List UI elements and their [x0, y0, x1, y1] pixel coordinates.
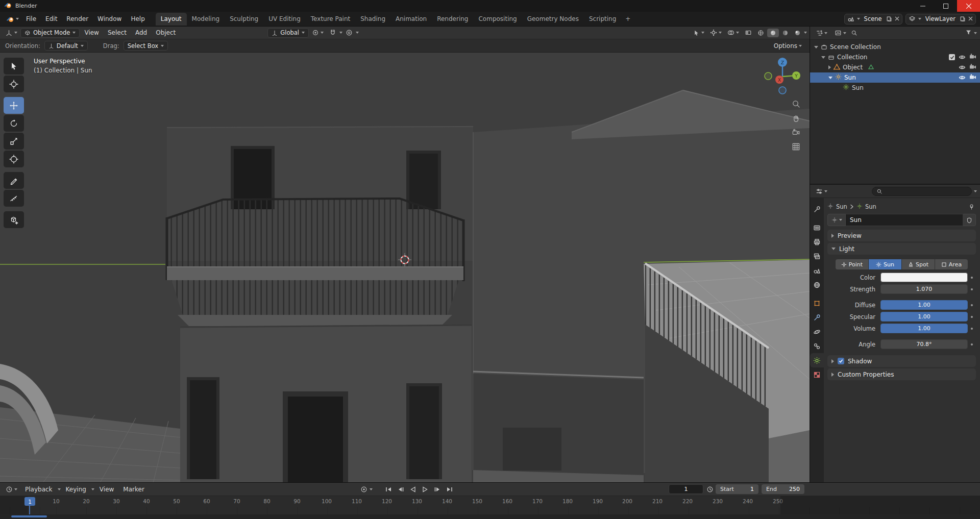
viewlayer-selector[interactable]: ViewLayer [905, 14, 976, 24]
pivot-point-selector[interactable] [309, 28, 326, 37]
menu-render[interactable]: Render [62, 14, 93, 24]
current-frame-field[interactable]: 1 [669, 484, 703, 494]
pan-hand-icon[interactable] [792, 114, 800, 122]
drag-dropdown[interactable]: Select Box [124, 41, 168, 51]
hide-viewport-eye-icon[interactable] [959, 54, 966, 60]
tab-texture[interactable] [810, 367, 824, 382]
outliner-row-object[interactable]: Object [810, 62, 980, 72]
animate-color-dot[interactable] [968, 277, 976, 279]
browse-light-data-button[interactable] [827, 214, 846, 226]
shading-options-dropdown[interactable] [804, 32, 807, 34]
editor-type-properties-icon[interactable] [813, 187, 830, 196]
scene-3d-render[interactable] [0, 53, 810, 482]
add-viewlayer-icon[interactable] [960, 16, 966, 22]
minimize-button[interactable] [911, 0, 934, 12]
use-preview-range-icon[interactable] [706, 486, 714, 493]
disclosure-icon[interactable] [821, 56, 825, 59]
shading-wireframe-icon[interactable] [755, 29, 767, 37]
scene-name[interactable]: Scene [863, 15, 884, 22]
next-keyframe-button[interactable] [432, 485, 443, 494]
viewport-menu-view[interactable]: View [80, 28, 103, 38]
auto-keying-record-icon[interactable] [360, 486, 368, 493]
shading-rendered-icon[interactable] [792, 29, 803, 37]
editor-type-3d-viewport-icon[interactable] [3, 28, 20, 38]
outliner-filter-icon[interactable] [965, 29, 972, 37]
navigation-gizmo[interactable]: X Z Y [763, 55, 802, 96]
workspace-tab-scripting[interactable]: Scripting [584, 13, 621, 26]
remove-viewlayer-icon[interactable] [968, 15, 973, 22]
outliner-row-collection[interactable]: Collection [810, 52, 980, 62]
row-label[interactable]: Sun [852, 84, 864, 91]
shading-material-icon[interactable] [779, 29, 791, 37]
tab-constraints[interactable] [810, 339, 824, 353]
frame-end-field[interactable]: End 250 [762, 484, 804, 494]
editor-type-timeline-icon[interactable] [3, 485, 20, 494]
outliner-options-dropdown[interactable] [974, 32, 977, 34]
disclosure-icon[interactable] [814, 46, 818, 48]
snap-options-dropdown[interactable] [339, 32, 342, 34]
jump-to-start-button[interactable] [383, 485, 394, 494]
light-type-spot[interactable]: Spot [902, 259, 935, 269]
properties-options-dropdown[interactable] [974, 190, 977, 192]
proportional-editing-icon[interactable] [343, 28, 355, 37]
unlink-scene-icon[interactable] [895, 15, 899, 22]
playhead-frame-badge[interactable]: 1 [24, 497, 35, 506]
hide-viewport-eye-icon[interactable] [959, 64, 966, 70]
tool-measure[interactable] [4, 190, 24, 207]
maximize-button[interactable] [934, 0, 957, 12]
specular-slider[interactable]: 1.00 [880, 312, 968, 322]
blender-menu-icon[interactable] [4, 14, 21, 24]
diffuse-slider[interactable]: 1.00 [880, 300, 968, 310]
animate-diffuse-dot[interactable] [968, 304, 976, 306]
strength-field[interactable]: 1.070 [880, 284, 968, 294]
tool-cursor[interactable] [4, 76, 24, 92]
panel-shadow-header[interactable]: Shadow [827, 355, 976, 367]
timeline-menu-playback[interactable]: Playback [21, 484, 57, 495]
light-type-point[interactable]: Point [836, 259, 868, 269]
tool-move[interactable] [4, 97, 24, 114]
disclosure-icon[interactable] [828, 65, 831, 69]
transform-orientation-selector[interactable]: Global [267, 28, 309, 38]
light-type-area[interactable]: Area [935, 259, 968, 269]
playhead-line[interactable] [29, 506, 30, 514]
animate-angle-dot[interactable] [968, 343, 976, 345]
snap-toggle-magnet-icon[interactable] [327, 28, 339, 37]
animate-strength-dot[interactable] [968, 288, 976, 290]
collection-checkbox[interactable] [949, 54, 955, 60]
menu-edit[interactable]: Edit [41, 14, 62, 24]
show-gizmo-icon[interactable] [707, 28, 724, 37]
workspace-tab-shading[interactable]: Shading [355, 13, 390, 26]
disable-render-camera-icon[interactable] [969, 54, 976, 61]
options-button[interactable]: Options [771, 41, 804, 51]
tab-render[interactable] [810, 220, 824, 235]
timeline-menu-keying[interactable]: Keying [62, 484, 90, 495]
workspace-tab-animation[interactable]: Animation [390, 13, 432, 26]
viewport-menu-select[interactable]: Select [104, 28, 131, 38]
keying-popover-dropdown[interactable] [370, 488, 373, 490]
timeline-menu-marker[interactable]: Marker [119, 484, 148, 495]
new-scene-icon[interactable] [886, 16, 892, 22]
tab-object-data-light[interactable] [810, 353, 824, 367]
add-workspace-button[interactable]: + [621, 13, 634, 24]
tool-add-cube[interactable] [4, 211, 24, 228]
shading-solid-icon[interactable] [767, 29, 779, 37]
play-button[interactable] [420, 485, 431, 494]
timeline-menu-view[interactable]: View [95, 484, 118, 495]
tab-object[interactable] [810, 296, 824, 310]
properties-search-input[interactable] [872, 187, 972, 196]
row-label[interactable]: Scene Collection [830, 43, 881, 51]
tab-scene[interactable] [810, 263, 824, 278]
ortho-grid-icon[interactable] [792, 142, 800, 151]
mode-selector[interactable]: Object Mode [20, 28, 80, 38]
workspace-tab-sculpting[interactable]: Sculpting [225, 13, 263, 26]
workspace-tab-rendering[interactable]: Rendering [432, 13, 473, 26]
workspace-tab-geometry-nodes[interactable]: Geometry Nodes [522, 13, 584, 26]
zoom-icon[interactable] [792, 100, 800, 108]
tool-transform[interactable] [4, 151, 24, 167]
menu-file[interactable]: File [21, 14, 41, 24]
workspace-tab-uv-editing[interactable]: UV Editing [263, 13, 306, 26]
color-swatch[interactable] [880, 273, 968, 282]
workspace-tab-layout[interactable]: Layout [156, 13, 187, 26]
viewport-menu-add[interactable]: Add [131, 28, 151, 38]
breadcrumb-object-name[interactable]: Sun [836, 203, 847, 210]
